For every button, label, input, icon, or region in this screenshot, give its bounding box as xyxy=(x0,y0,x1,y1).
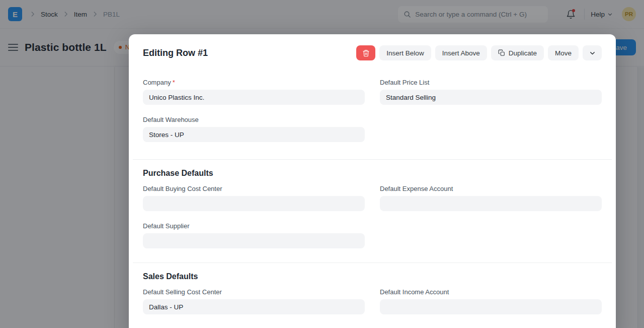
default-expense-account-label: Default Expense Account xyxy=(380,185,602,192)
duplicate-icon xyxy=(498,49,505,56)
default-price-list-input[interactable] xyxy=(380,90,602,105)
default-buying-cost-center-label: Default Buying Cost Center xyxy=(143,185,365,192)
company-label: Company* xyxy=(143,79,365,86)
purchase-defaults-heading: Purchase Defaults xyxy=(143,169,602,178)
default-expense-account-input[interactable] xyxy=(380,196,602,211)
modal-toolbar: Insert Below Insert Above Duplicate Move xyxy=(356,45,602,60)
insert-below-button[interactable]: Insert Below xyxy=(379,45,431,60)
sales-defaults-heading: Sales Defaults xyxy=(143,272,602,281)
move-button[interactable]: Move xyxy=(548,45,579,60)
default-supplier-label: Default Supplier xyxy=(143,222,365,230)
modal-title: Editing Row #1 xyxy=(143,48,208,58)
field-default-income-account: Default Income Account xyxy=(380,288,602,314)
field-default-selling-cost-center: Default Selling Cost Center xyxy=(143,288,365,314)
chevron-down-icon xyxy=(589,50,596,56)
default-warehouse-label: Default Warehouse xyxy=(143,116,365,123)
field-default-expense-account: Default Expense Account xyxy=(380,185,602,211)
default-selling-cost-center-label: Default Selling Cost Center xyxy=(143,288,365,296)
default-income-account-label: Default Income Account xyxy=(380,288,602,296)
section-divider xyxy=(133,263,612,263)
duplicate-button[interactable]: Duplicate xyxy=(491,45,544,60)
field-default-supplier: Default Supplier xyxy=(143,222,365,248)
field-company: Company* xyxy=(143,79,365,105)
insert-above-button[interactable]: Insert Above xyxy=(435,45,487,60)
edit-row-modal: Editing Row #1 Insert Below Insert Above… xyxy=(129,34,616,328)
field-default-warehouse: Default Warehouse xyxy=(143,116,365,142)
field-default-price-list: Default Price List xyxy=(380,79,602,105)
default-supplier-input[interactable] xyxy=(143,233,365,248)
modal-form: Company* Default Price List Default Ware… xyxy=(129,60,616,314)
default-warehouse-input[interactable] xyxy=(143,127,365,142)
default-selling-cost-center-input[interactable] xyxy=(143,299,365,314)
field-default-buying-cost-center: Default Buying Cost Center xyxy=(143,185,365,211)
required-asterisk: * xyxy=(173,79,175,86)
trash-icon xyxy=(362,49,370,57)
default-income-account-input[interactable] xyxy=(380,299,602,314)
duplicate-label: Duplicate xyxy=(509,49,537,57)
section-divider xyxy=(133,159,612,160)
default-price-list-label: Default Price List xyxy=(380,79,602,86)
company-input[interactable] xyxy=(143,90,365,105)
delete-row-button[interactable] xyxy=(356,45,375,60)
default-buying-cost-center-input[interactable] xyxy=(143,196,365,211)
modal-header: Editing Row #1 Insert Below Insert Above… xyxy=(129,34,616,60)
more-actions-button[interactable] xyxy=(583,45,602,60)
